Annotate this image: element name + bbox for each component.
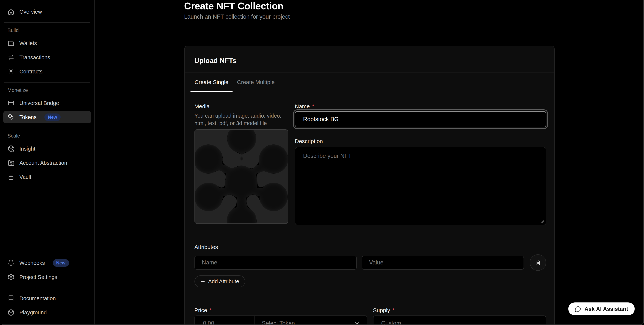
description-label: Description — [295, 138, 546, 144]
app-window: Overview Build Wallets Transactions Cont… — [0, 0, 644, 325]
sidebar-divider — [4, 22, 90, 23]
contract-file-icon — [8, 68, 14, 75]
sidebar-item-wallets[interactable]: Wallets — [3, 37, 91, 49]
sidebar-item-label: Tokens — [20, 114, 36, 120]
media-label: Media — [194, 103, 288, 109]
sidebar-item-label: Wallets — [20, 40, 37, 46]
required-asterisk: * — [312, 103, 314, 109]
sidebar-item-label: Vault — [20, 174, 31, 180]
attributes-section: Attributes Add Attribute — [184, 235, 554, 296]
media-column: Media You can upload image, audio, video… — [194, 103, 288, 225]
new-badge: New — [53, 259, 69, 267]
attribute-name-input[interactable] — [194, 256, 357, 270]
nft-media-image — [195, 130, 288, 223]
supply-column: Supply * — [373, 307, 546, 325]
resize-handle-icon[interactable] — [540, 219, 544, 223]
main-area: Create NFT Collection Launch an NFT coll… — [95, 0, 644, 325]
coins-icon — [8, 114, 14, 121]
tab-create-single[interactable]: Create Single — [190, 72, 233, 92]
supply-label-text: Supply — [373, 307, 390, 313]
sidebar-item-label: Project Settings — [20, 274, 57, 280]
wallet-icon — [8, 40, 14, 47]
card-body: Media You can upload image, audio, video… — [184, 92, 554, 235]
sidebar-divider — [4, 288, 90, 288]
add-attribute-button[interactable]: Add Attribute — [194, 276, 245, 287]
sidebar-item-overview[interactable]: Overview — [3, 5, 91, 18]
delete-attribute-button[interactable] — [530, 254, 546, 271]
chat-bubble-icon — [575, 306, 581, 312]
sidebar-item-transactions[interactable]: Transactions — [3, 51, 91, 63]
sidebar-item-label: Webhooks — [20, 260, 45, 266]
tab-label: Create Single — [195, 79, 228, 85]
upload-nfts-card: Upload NFTs Create Single Create Multipl… — [184, 46, 555, 325]
book-icon — [8, 295, 14, 302]
tab-bar: Create Single Create Multiple — [184, 72, 554, 92]
sidebar-item-project-settings[interactable]: Project Settings — [3, 271, 91, 283]
required-asterisk: * — [210, 307, 212, 313]
sidebar-item-label: Universal Bridge — [20, 100, 59, 106]
sidebar-divider — [4, 82, 90, 82]
sidebar-item-documentation[interactable]: Documentation — [3, 292, 91, 305]
lock-icon — [8, 174, 14, 181]
name-input[interactable] — [295, 111, 546, 127]
attribute-row — [194, 254, 546, 271]
supply-input[interactable] — [373, 316, 546, 325]
page-title: Create NFT Collection — [184, 0, 555, 11]
page-subtitle: Launch an NFT collection for your projec… — [184, 13, 555, 20]
sidebar-item-label: Documentation — [20, 295, 56, 302]
sidebar-item-webhooks[interactable]: Webhooks New — [3, 257, 91, 269]
supply-label: Supply * — [373, 307, 546, 313]
sidebar-section-build: Build — [8, 27, 87, 33]
price-supply-section: Price * Select Token — [184, 296, 554, 325]
required-asterisk: * — [392, 307, 395, 313]
gear-icon — [8, 274, 14, 281]
ask-ai-assistant-button[interactable]: Ask AI Assistant — [568, 303, 635, 315]
price-amount-input[interactable] — [195, 316, 254, 325]
bell-icon — [8, 259, 14, 267]
sidebar: Overview Build Wallets Transactions Cont… — [0, 0, 95, 325]
sidebar-section-scale: Scale — [8, 133, 87, 139]
attribute-value-input[interactable] — [362, 256, 524, 270]
trash-icon — [535, 259, 541, 266]
media-upload-preview[interactable] — [194, 129, 288, 224]
tab-create-multiple[interactable]: Create Multiple — [233, 72, 279, 92]
tab-label: Create Multiple — [237, 79, 275, 85]
new-badge: New — [44, 113, 60, 121]
token-select-value: Select Token — [262, 320, 295, 325]
price-label-text: Price — [194, 307, 207, 313]
media-hint: You can upload image, audio, video, html… — [194, 112, 288, 127]
sidebar-item-contracts[interactable]: Contracts — [3, 65, 91, 78]
sidebar-item-label: Playground — [20, 310, 47, 316]
sidebar-item-account-abstraction[interactable]: Account Abstraction — [3, 157, 91, 169]
description-wrap — [295, 147, 546, 225]
fields-column: Name * Description — [295, 103, 546, 225]
plus-icon — [200, 279, 206, 284]
sidebar-item-insight[interactable]: Insight — [3, 143, 91, 155]
sidebar-item-tokens[interactable]: Tokens New — [3, 111, 91, 123]
attributes-label: Attributes — [194, 244, 546, 250]
price-column: Price * Select Token — [194, 307, 367, 325]
sidebar-section-monetize: Monetize — [8, 87, 87, 93]
sidebar-item-label: Contracts — [20, 69, 42, 75]
arrows-swap-icon — [8, 54, 14, 61]
name-label-text: Name — [295, 103, 310, 109]
ask-ai-assistant-label: Ask AI Assistant — [584, 306, 628, 312]
name-label: Name * — [295, 103, 546, 109]
package-search-icon — [8, 145, 14, 152]
sidebar-item-universal-bridge[interactable]: Universal Bridge — [3, 97, 91, 109]
page-header: Create NFT Collection Launch an NFT coll… — [95, 0, 644, 33]
sidebar-item-label: Account Abstraction — [20, 160, 67, 166]
cube-icon — [8, 309, 14, 316]
sidebar-spacer — [3, 185, 91, 257]
sidebar-item-label: Insight — [20, 146, 35, 152]
description-textarea[interactable] — [295, 147, 546, 225]
sidebar-item-vault[interactable]: Vault — [3, 171, 91, 183]
add-attribute-label: Add Attribute — [208, 279, 239, 285]
token-select-dropdown[interactable]: Select Token — [254, 316, 367, 325]
chevron-down-icon — [354, 320, 360, 325]
sidebar-item-playground[interactable]: Playground — [3, 306, 91, 319]
card-title: Upload NFTs — [184, 46, 554, 72]
sidebar-divider — [4, 128, 90, 128]
price-label: Price * — [194, 307, 367, 313]
credit-card-icon — [8, 99, 14, 107]
